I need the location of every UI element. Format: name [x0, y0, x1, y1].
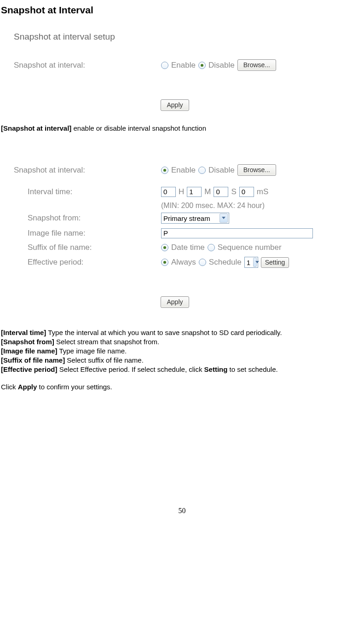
interval-ms-input[interactable]: 0 — [239, 187, 254, 197]
description-2: [Interval time] Type the interval at whi… — [1, 328, 358, 392]
interval-s-input[interactable]: 0 — [214, 187, 228, 197]
browse-button-1[interactable]: Browse... — [237, 59, 276, 71]
unit-s: S — [231, 187, 236, 197]
enable-text: Enable — [171, 61, 196, 70]
setting-button[interactable]: Setting — [261, 257, 289, 268]
snapshot-interval-label: Snapshot at interval: — [14, 61, 161, 70]
disable-option-1[interactable]: Disable — [198, 61, 235, 70]
interval-hint: (MIN: 200 msec. MAX: 24 hour) — [161, 202, 364, 210]
enable-option-2[interactable]: Enable — [161, 166, 196, 175]
setup-heading: Snapshot at interval setup — [14, 32, 364, 42]
enable-option-1[interactable]: Enable — [161, 61, 196, 70]
interval-m-input[interactable]: 1 — [187, 187, 202, 197]
suffix-label: Suffix of file name: — [14, 243, 161, 252]
chevron-down-icon — [220, 214, 228, 223]
radio-icon — [161, 259, 168, 266]
effective-period-label: Effective period: — [14, 258, 161, 267]
chevron-down-icon — [253, 258, 257, 267]
radio-icon — [198, 62, 206, 69]
apply-button-2[interactable]: Apply — [161, 296, 189, 308]
schedule-number-select[interactable]: 1 — [244, 257, 258, 268]
disable-text: Disable — [208, 61, 235, 70]
interval-time-label: Interval time: — [14, 187, 161, 197]
snapshot-from-select[interactable]: Primary stream — [161, 213, 229, 224]
suffix-datetime-option[interactable]: Date time — [161, 243, 205, 252]
description-1: [Snapshot at interval] enable or disable… — [1, 124, 358, 133]
radio-icon — [161, 244, 168, 251]
desc1-text: enable or disable interval snapshot func… — [71, 124, 206, 132]
browse-button-2[interactable]: Browse... — [237, 164, 276, 176]
setup-panel-1: Snapshot at interval setup Snapshot at i… — [14, 32, 364, 71]
radio-icon — [198, 167, 206, 174]
page-title: Snapshot at Interval — [0, 5, 364, 16]
radio-icon — [161, 167, 168, 174]
snapshot-from-label: Snapshot from: — [14, 214, 161, 223]
unit-ms: mS — [257, 187, 269, 197]
radio-icon — [161, 62, 168, 69]
interval-h-input[interactable]: 0 — [161, 187, 176, 197]
image-filename-input[interactable]: P — [161, 228, 313, 238]
period-schedule-option[interactable]: Schedule — [199, 258, 242, 267]
radio-icon — [208, 244, 215, 251]
setup-panel-2: Snapshot at interval: Enable Disable Bro… — [14, 164, 364, 268]
unit-m: M — [204, 187, 211, 197]
period-always-option[interactable]: Always — [161, 258, 196, 267]
disable-option-2[interactable]: Disable — [198, 166, 235, 175]
apply-button-1[interactable]: Apply — [161, 99, 189, 111]
radio-icon — [199, 259, 206, 266]
snapshot-interval-label-2: Snapshot at interval: — [14, 166, 161, 175]
unit-h: H — [179, 187, 184, 197]
page-number: 50 — [0, 507, 364, 515]
image-filename-label: Image file name: — [14, 229, 161, 238]
suffix-sequence-option[interactable]: Sequence number — [208, 243, 282, 252]
desc1-bold: [Snapshot at interval] — [1, 124, 71, 132]
